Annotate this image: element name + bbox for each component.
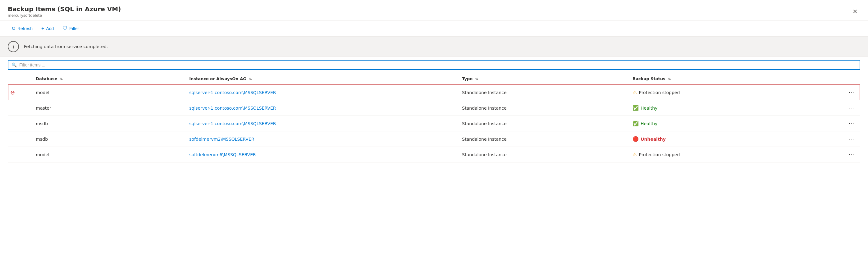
row-database: model (33, 85, 187, 100)
warning-icon: ⚠️ (632, 152, 637, 158)
healthy-icon: ✅ (632, 121, 639, 126)
sort-icon-instance[interactable]: ⇅ (249, 77, 252, 81)
col-header-instance: Instance or AlwaysOn AG ⇅ (187, 73, 460, 85)
refresh-button[interactable]: ↻ Refresh (8, 24, 36, 33)
instance-link[interactable]: sqlserver-1.contoso.com\MSSQLSERVER (189, 106, 276, 110)
row-actions: ··· (818, 131, 860, 147)
table-row[interactable]: modelsoftdelmervm6\MSSQLSERVERStandalone… (8, 147, 860, 162)
status-label: Protection stopped (639, 90, 680, 95)
status-label: Healthy (641, 106, 657, 110)
banner-message: Fetching data from service completed. (24, 44, 108, 49)
row-backup-status: ⚠️Protection stopped (630, 147, 818, 162)
search-input-wrap: 🔍 (8, 60, 860, 70)
table-row[interactable]: mastersqlserver-1.contoso.com\MSSQLSERVE… (8, 100, 860, 116)
table-header-row: Database ⇅ Instance or AlwaysOn AG ⇅ Typ… (8, 73, 860, 85)
search-bar: 🔍 (0, 57, 868, 73)
row-type: Standalone Instance (460, 131, 630, 147)
status-label: Healthy (641, 121, 657, 126)
row-backup-status: 🔴Unhealthy (630, 131, 818, 147)
table-row[interactable]: msdbsofdelmervm2\MSSQLSERVERStandalone I… (8, 131, 860, 147)
row-database: msdb (33, 116, 187, 131)
row-instance[interactable]: sqlserver-1.contoso.com\MSSQLSERVER (187, 116, 460, 131)
add-icon: + (41, 26, 44, 31)
row-instance[interactable]: sqlserver-1.contoso.com\MSSQLSERVER (187, 100, 460, 116)
instance-link[interactable]: sqlserver-1.contoso.com\MSSQLSERVER (189, 121, 276, 126)
row-type: Standalone Instance (460, 85, 630, 100)
row-type: Standalone Instance (460, 116, 630, 131)
refresh-label: Refresh (18, 26, 33, 31)
row-type: Standalone Instance (460, 100, 630, 116)
info-icon: i (8, 41, 19, 52)
search-input[interactable] (19, 62, 857, 67)
info-banner: i Fetching data from service completed. (0, 37, 868, 57)
warning-icon: ⚠️ (632, 90, 637, 95)
row-status-icon: ⊖ (8, 85, 33, 100)
row-backup-status: ✅Healthy (630, 100, 818, 116)
row-status-icon (8, 100, 33, 116)
filter-button[interactable]: ⛉ Filter (59, 24, 83, 33)
sort-icon-database[interactable]: ⇅ (60, 77, 63, 81)
col-header-status: Backup Status ⇅ (630, 73, 818, 85)
row-type: Standalone Instance (460, 147, 630, 162)
stop-icon: ⊖ (10, 89, 15, 96)
error-icon: 🔴 (632, 136, 639, 142)
sort-icon-type[interactable]: ⇅ (475, 77, 478, 81)
col-header-type: Type ⇅ (460, 73, 630, 85)
row-database: model (33, 147, 187, 162)
more-options-button[interactable]: ··· (846, 135, 858, 143)
more-options-button[interactable]: ··· (846, 104, 858, 112)
add-button[interactable]: + Add (38, 24, 58, 33)
row-instance[interactable]: sofdelmervm2\MSSQLSERVER (187, 131, 460, 147)
sort-icon-status[interactable]: ⇅ (668, 77, 671, 81)
window-title: Backup Items (SQL in Azure VM) (8, 5, 121, 13)
status-label: Protection stopped (639, 152, 680, 157)
backup-items-table: Database ⇅ Instance or AlwaysOn AG ⇅ Typ… (8, 73, 860, 162)
add-label: Add (46, 26, 54, 31)
row-actions: ··· (818, 100, 860, 116)
instance-link[interactable]: softdelmervm6\MSSQLSERVER (189, 152, 256, 157)
col-header-actions (818, 73, 860, 85)
window-subtitle: mercurysoftdelete (8, 13, 121, 18)
table-row[interactable]: msdbsqlserver-1.contoso.com\MSSQLSERVERS… (8, 116, 860, 131)
healthy-icon: ✅ (632, 105, 639, 111)
close-button[interactable]: ✕ (850, 6, 860, 16)
row-actions: ··· (818, 116, 860, 131)
table-row[interactable]: ⊖modelsqlserver-1.contoso.com\MSSQLSERVE… (8, 85, 860, 100)
row-actions: ··· (818, 85, 860, 100)
row-database: master (33, 100, 187, 116)
search-icon: 🔍 (11, 62, 17, 67)
table-container: Database ⇅ Instance or AlwaysOn AG ⇅ Typ… (0, 73, 868, 162)
row-backup-status: ✅Healthy (630, 116, 818, 131)
row-backup-status: ⚠️Protection stopped (630, 85, 818, 100)
col-header-icon (8, 73, 33, 85)
more-options-button[interactable]: ··· (846, 120, 858, 127)
row-instance[interactable]: softdelmervm6\MSSQLSERVER (187, 147, 460, 162)
instance-link[interactable]: sofdelmervm2\MSSQLSERVER (189, 137, 254, 142)
more-options-button[interactable]: ··· (846, 89, 858, 96)
toolbar: ↻ Refresh + Add ⛉ Filter (0, 21, 868, 37)
row-instance[interactable]: sqlserver-1.contoso.com\MSSQLSERVER (187, 85, 460, 100)
instance-link[interactable]: sqlserver-1.contoso.com\MSSQLSERVER (189, 90, 276, 95)
title-bar: Backup Items (SQL in Azure VM) mercuryso… (0, 0, 868, 21)
title-section: Backup Items (SQL in Azure VM) mercuryso… (8, 5, 121, 18)
status-label: Unhealthy (641, 137, 666, 142)
filter-label: Filter (69, 26, 79, 31)
filter-icon: ⛉ (62, 26, 67, 31)
col-header-database: Database ⇅ (33, 73, 187, 85)
row-status-icon (8, 131, 33, 147)
refresh-icon: ↻ (11, 26, 16, 31)
more-options-button[interactable]: ··· (846, 151, 858, 158)
row-database: msdb (33, 131, 187, 147)
row-status-icon (8, 116, 33, 131)
row-actions: ··· (818, 147, 860, 162)
row-status-icon (8, 147, 33, 162)
